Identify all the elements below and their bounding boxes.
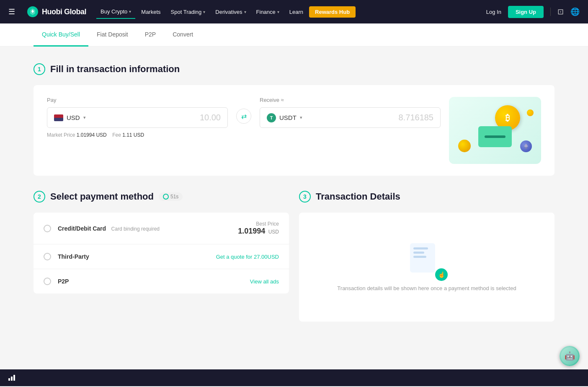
tab-convert[interactable]: Convert — [164, 23, 201, 47]
best-price-value: 1.01994 — [238, 227, 265, 235]
pay-section: Pay USD ▾ 10.00 Market Price 1.01994 USD… — [47, 97, 228, 138]
payment-option-credit-card[interactable]: Credit/Debit Card Card binding required … — [34, 213, 289, 244]
doc-line-1 — [413, 247, 428, 249]
chevron-down-icon: ▾ — [277, 10, 279, 14]
tab-p2p[interactable]: P2P — [137, 23, 164, 47]
payment-option-third-party[interactable]: Third-Party Get a quote for 27.00USD — [34, 244, 289, 269]
radio-credit-card[interactable] — [44, 225, 51, 232]
doc-line-2 — [413, 252, 424, 254]
crypto-illustration: ₿ — [449, 97, 541, 164]
payment-sub-credit-card: Card binding required — [111, 226, 160, 232]
nav-spot-trading[interactable]: Spot Trading ▾ — [167, 5, 210, 18]
receive-currency-select[interactable]: T USDT ▾ — [267, 113, 302, 122]
nav-right: Log In Sign Up ⊡ 🌐 — [486, 6, 580, 18]
payment-right-p2p: View all ads — [250, 278, 279, 285]
machine-icon — [478, 126, 512, 147]
swap-button[interactable]: ⇄ — [236, 109, 251, 124]
document-icon — [410, 243, 435, 273]
receive-currency-chevron-icon: ▾ — [300, 115, 302, 120]
us-flag-icon — [54, 114, 63, 121]
chevron-down-icon: ▾ — [244, 10, 246, 14]
payment-info-third-party: Third-Party — [58, 253, 209, 260]
bottom-bar — [0, 369, 588, 386]
receive-currency-input[interactable]: T USDT ▾ 8.716185 — [260, 107, 441, 128]
best-price-currency: USD — [268, 229, 279, 235]
machine-slot — [485, 135, 505, 138]
dollar-coin-icon — [458, 140, 471, 152]
nav-derivatives[interactable]: Derivatives ▾ — [211, 5, 250, 18]
pay-currency-select[interactable]: USD ▾ — [54, 114, 86, 121]
timer-value: 51s — [170, 194, 178, 200]
notification-icon[interactable]: ⊡ — [557, 7, 564, 16]
globe-icon[interactable]: 🌐 — [570, 7, 580, 16]
payment-right-third-party: Get a quote for 27.00USD — [216, 254, 279, 260]
payment-option-p2p[interactable]: P2P View all ads — [34, 269, 289, 293]
section2-title: Select payment method — [50, 191, 154, 202]
chat-button[interactable]: 🤖 — [560, 346, 580, 366]
signup-button[interactable]: Sign Up — [508, 6, 544, 18]
tab-quick-buy-sell[interactable]: Quick Buy/Sell — [34, 23, 88, 47]
pay-amount[interactable]: 10.00 — [200, 113, 221, 122]
section2-header: 2 Select payment method 51s — [34, 191, 289, 203]
payment-card: Credit/Debit Card Card binding required … — [34, 213, 289, 293]
receive-currency-code: USDT — [279, 114, 297, 121]
chevron-down-icon: ▾ — [129, 9, 131, 14]
pay-label: Pay — [47, 97, 228, 103]
eth-coin-icon — [520, 140, 532, 152]
payment-section: 2 Select payment method 51s Credit/Debit… — [34, 191, 289, 322]
quote-link[interactable]: Get a quote for 27.00USD — [216, 254, 279, 260]
radio-p2p[interactable] — [44, 278, 51, 285]
navbar: ☰ Huobi Global Buy Crypto ▾ Markets Spot… — [0, 0, 588, 23]
transaction-card: Pay USD ▾ 10.00 Market Price 1.01994 USD… — [34, 85, 554, 176]
receive-amount: 8.716185 — [399, 113, 433, 122]
logo: Huobi Global — [27, 6, 86, 18]
nav-learn[interactable]: Learn — [285, 5, 307, 18]
chat-avatar: 🤖 — [561, 347, 578, 365]
pay-currency-chevron-icon: ▾ — [83, 115, 86, 120]
hamburger-icon[interactable]: ☰ — [8, 7, 15, 16]
payment-info-p2p: P2P — [58, 278, 243, 285]
timer-icon — [163, 194, 169, 200]
pay-currency-input[interactable]: USD ▾ 10.00 — [47, 107, 228, 128]
payment-name-credit-card: Credit/Debit Card — [58, 225, 106, 232]
nav-divider — [550, 8, 551, 16]
market-price-value: 1.01994 USD — [77, 132, 107, 138]
market-info: Market Price 1.01994 USD Fee 1.11 USD — [47, 132, 228, 138]
pay-currency-code: USD — [67, 114, 80, 121]
best-price-label: Best Price — [256, 221, 279, 227]
section2-number: 2 — [34, 191, 45, 203]
nav-links: Buy Crypto ▾ Markets Spot Trading ▾ Deri… — [96, 5, 476, 19]
radio-third-party[interactable] — [44, 253, 51, 260]
view-ads-link[interactable]: View all ads — [250, 278, 279, 285]
doc-line-3 — [413, 256, 426, 258]
section1-header: 1 Fill in transaction information — [34, 63, 554, 75]
main-content: 1 Fill in transaction information Pay US… — [0, 47, 588, 369]
nav-markets[interactable]: Markets — [137, 5, 165, 18]
receive-label: Receive ≈ — [260, 97, 441, 103]
payment-name-p2p: P2P — [58, 278, 69, 285]
usdt-icon: T — [267, 113, 276, 122]
logo-icon — [27, 6, 39, 18]
tab-fiat-deposit[interactable]: Fiat Deposit — [88, 23, 137, 47]
login-button[interactable]: Log In — [486, 9, 501, 15]
timer-badge: 51s — [159, 192, 183, 201]
td-message: Transaction details will be shown here o… — [337, 285, 516, 291]
logo-text: Huobi Global — [42, 8, 86, 16]
payment-right-credit-card: Best Price 1.01994 USD — [238, 221, 279, 236]
small-coin-icon — [527, 109, 534, 116]
chevron-down-icon: ▾ — [203, 10, 205, 14]
svg-marker-1 — [524, 144, 528, 148]
hand-pointer-icon: ☝ — [435, 268, 448, 281]
fee-value: 1.11 USD — [122, 132, 144, 138]
section1-number: 1 — [34, 63, 45, 75]
section3-title: Transaction Details — [316, 191, 400, 202]
payment-info-credit-card: Credit/Debit Card Card binding required — [58, 225, 231, 232]
section1-title: Fill in transaction information — [50, 64, 180, 75]
section3-number: 3 — [299, 191, 311, 203]
nav-buy-crypto[interactable]: Buy Crypto ▾ — [96, 5, 135, 19]
transaction-details-section: 3 Transaction Details ☝ Transaction deta… — [299, 191, 554, 322]
rewards-button[interactable]: Rewards Hub — [309, 6, 356, 18]
nav-finance[interactable]: Finance ▾ — [252, 5, 284, 18]
transaction-details-card: ☝ Transaction details will be shown here… — [299, 213, 554, 322]
tabs-bar: Quick Buy/Sell Fiat Deposit P2P Convert — [0, 23, 588, 47]
